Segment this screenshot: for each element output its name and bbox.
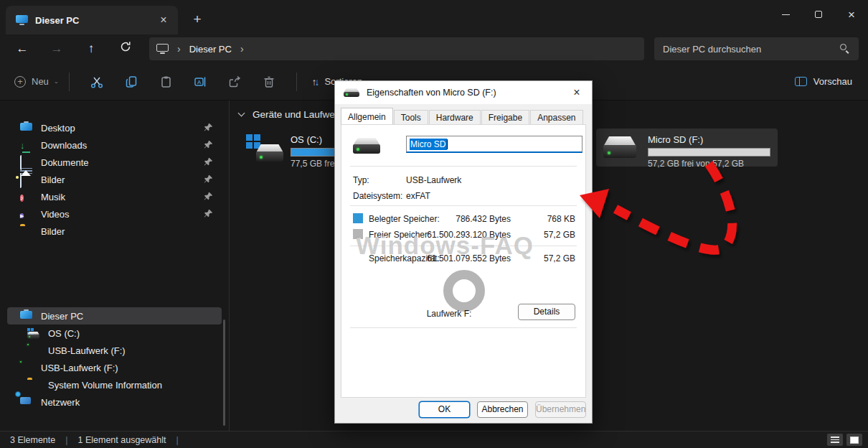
sidebar-item-desktop[interactable]: Desktop (7, 119, 222, 136)
sidebar-item-bilder-folder[interactable]: Bilder (7, 223, 222, 240)
dialog-tabs: Allgemein Tools Hardware Freigabe Anpass… (341, 108, 592, 124)
pin-icon (204, 140, 213, 149)
type-label: Typ: (353, 175, 369, 185)
used-space-bytes: 786.432 Bytes (403, 214, 511, 224)
preview-pane-icon (795, 77, 807, 86)
pin-icon (204, 174, 213, 184)
refresh-button[interactable] (113, 38, 138, 60)
new-button[interactable]: + Neu ⌄ (14, 76, 59, 88)
tab-close-icon[interactable]: × (156, 13, 171, 27)
tab-allgemein[interactable]: Allgemein (341, 108, 393, 124)
pin-icon (204, 157, 213, 167)
drive-letter-label: Laufwerk F: (413, 309, 485, 319)
volume-name-input[interactable]: Micro SD (406, 136, 582, 153)
sidebar-item-usb-drive-child[interactable]: USB-Laufwerk (F:) (7, 342, 222, 359)
titlebar: Dieser PC × + × (0, 0, 868, 34)
breadcrumb-item[interactable]: Dieser PC (189, 44, 232, 55)
sidebar-spacer (0, 240, 229, 307)
this-pc-icon (16, 15, 28, 25)
new-tab-button[interactable]: + (188, 10, 207, 29)
dialog-close-icon[interactable]: × (569, 85, 585, 101)
svg-text:A: A (197, 79, 202, 85)
delete-button[interactable] (255, 70, 283, 94)
chevron-down-icon: ⌄ (54, 79, 60, 85)
sidebar-item-videos[interactable]: ▶ Videos (7, 205, 222, 223)
details-button[interactable]: Details (518, 304, 575, 320)
toolbar-divider (296, 73, 297, 91)
downloads-icon: ↓ (20, 140, 32, 153)
ok-button[interactable]: OK (419, 401, 470, 418)
separator (350, 166, 577, 167)
refresh-icon (120, 41, 131, 52)
capacity-bar (648, 148, 770, 157)
videos-icon: ▶ (20, 213, 24, 218)
sidebar-item-documents[interactable]: Dokumente (7, 154, 222, 171)
explorer-tab[interactable]: Dieser PC × (6, 6, 178, 34)
general-tab-page: Micro SD Typ: USB-Laufwerk Dateisystem: … (341, 124, 586, 398)
tab-title: Dieser PC (35, 15, 156, 26)
used-space-size: 768 KB (525, 214, 575, 224)
capacity-bytes: 61.501.079.552 Bytes (403, 253, 511, 263)
cut-button[interactable] (83, 70, 110, 94)
back-button[interactable]: ← (10, 38, 34, 60)
sidebar-item-music[interactable]: ♪ Musik (7, 188, 222, 205)
selected-text: Micro SD (410, 139, 447, 150)
pin-icon (204, 192, 213, 201)
breadcrumb-chevron-icon: › (177, 43, 181, 55)
apply-button[interactable]: Übernehmen (535, 401, 586, 418)
sidebar-item-usb-drive[interactable]: USB-Laufwerk (F:) (7, 359, 222, 376)
items-count: 3 Elemente (10, 435, 55, 445)
cancel-button[interactable]: Abbrechen (477, 401, 528, 418)
filesystem-label: Dateisystem: (353, 191, 402, 201)
search-icon[interactable] (840, 44, 850, 54)
sort-icon: ↑↓ (311, 76, 317, 88)
type-value: USB-Laufwerk (406, 175, 461, 185)
search-input[interactable]: Dieser PC durchsuchen (663, 44, 840, 55)
copy-button[interactable] (118, 70, 145, 94)
preview-label: Vorschau (813, 76, 852, 87)
copy-icon (124, 75, 138, 89)
address-bar[interactable]: › Dieser PC › (149, 37, 644, 60)
computer-icon (156, 44, 169, 54)
dialog-titlebar: Eigenschaften von Micro SD (F:) × (335, 81, 592, 104)
sidebar-item-network[interactable]: Netzwerk (7, 393, 222, 411)
forward-button[interactable]: → (44, 38, 69, 60)
sidebar-item-this-pc[interactable]: Dieser PC (7, 307, 222, 325)
details-view-button[interactable] (827, 434, 843, 446)
collapse-chevron-icon[interactable] (238, 110, 245, 117)
preview-toggle[interactable]: Vorschau (795, 76, 852, 87)
search-box[interactable]: Dieser PC durchsuchen (654, 37, 859, 60)
text-caret (447, 139, 448, 149)
separator (350, 246, 577, 246)
paste-button[interactable] (152, 70, 179, 94)
sidebar-item-pictures[interactable]: Bilder (7, 171, 222, 188)
up-button[interactable]: ↑ (79, 38, 103, 60)
minimize-button[interactable] (769, 0, 802, 29)
dialog-title: Eigenschaften von Micro SD (F:) (367, 88, 569, 98)
large-icons-view-button[interactable] (846, 434, 862, 446)
pin-icon (204, 123, 213, 132)
tab-anpassen[interactable]: Anpassen (530, 110, 582, 124)
navigation-bar: ← → ↑ › Dieser PC › Dieser PC durchsuche… (0, 34, 868, 63)
sidebar-item-system-volume-information[interactable]: System Volume Information (7, 376, 222, 393)
tab-freigabe[interactable]: Freigabe (481, 110, 529, 124)
sidebar-item-os-c[interactable]: OS (C:) (7, 325, 222, 342)
drive-icon (353, 138, 380, 154)
sidebar-item-downloads[interactable]: ↓ Downloads (7, 136, 222, 154)
rename-button[interactable]: A (187, 70, 214, 94)
share-button[interactable] (221, 70, 248, 94)
sidebar-scrollbar[interactable] (223, 319, 225, 426)
trash-icon (262, 75, 276, 89)
rename-icon: A (193, 75, 207, 89)
filesystem-value: exFAT (406, 191, 430, 201)
tab-hardware[interactable]: Hardware (429, 110, 481, 124)
drive-tile-micro-sd[interactable]: Micro SD (F:) 57,2 GB frei von 57,2 GB (596, 129, 778, 167)
new-label: Neu (32, 76, 49, 87)
navigation-pane: Desktop ↓ Downloads Dokumente Bilder ♪ M… (0, 101, 230, 431)
maximize-button[interactable] (802, 0, 835, 29)
free-space-swatch (353, 229, 363, 239)
close-button[interactable]: × (835, 0, 868, 29)
pin-icon (204, 209, 213, 218)
tab-tools[interactable]: Tools (394, 110, 428, 124)
status-divider: | (176, 435, 178, 445)
